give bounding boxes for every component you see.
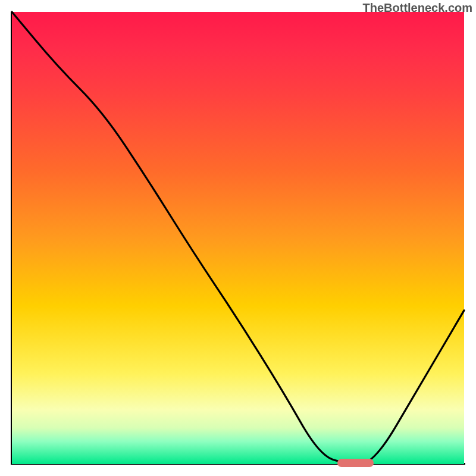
optimal-range-marker xyxy=(337,459,374,467)
bottleneck-curve xyxy=(12,12,464,464)
plot-area xyxy=(12,12,464,464)
bottleneck-chart: TheBottleneck.com xyxy=(0,0,476,476)
